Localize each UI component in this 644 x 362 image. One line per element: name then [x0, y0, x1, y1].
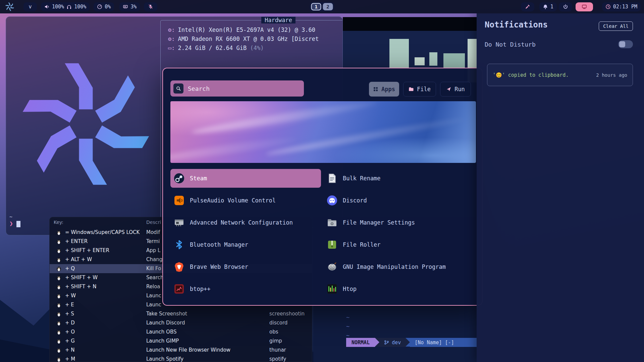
archive-icon — [327, 239, 337, 250]
hardware-line-memory: ▭:2.24 GiB / 62.64 GiB (4%) — [168, 45, 343, 51]
apps-grid-icon — [373, 86, 378, 92]
prompt-symbol: ❯ — [9, 220, 13, 227]
git-branch-icon — [384, 340, 389, 345]
tux-icon — [56, 284, 61, 290]
run-icon — [446, 86, 451, 92]
hardware-box-title: Hardware — [261, 17, 296, 23]
mic-mute-widget[interactable] — [144, 2, 157, 11]
tux-icon — [56, 257, 61, 262]
app-item-file-roller[interactable]: File Roller — [323, 235, 474, 254]
keybind-row[interactable]: + DLaunch Discorddiscord — [50, 318, 312, 327]
color-picker-button[interactable] — [521, 2, 534, 11]
shell-prompt: ~ ❯ — [9, 214, 20, 227]
cpu-icon: ⚙: — [168, 26, 175, 33]
app-item-steam[interactable]: Steam — [170, 169, 321, 188]
clock-widget[interactable]: 02:13 PM — [602, 2, 641, 11]
dnd-toggle[interactable] — [618, 40, 633, 48]
notification-bell-button[interactable]: 1 — [539, 2, 557, 11]
network-card-icon — [174, 217, 184, 228]
mode-indicator: NORMAL — [346, 338, 375, 347]
keybind-row[interactable]: + MLaunch Spotifyspotify — [50, 355, 312, 362]
top-bar: v 100% 100% 0% 3% 1 2 1 — [0, 0, 644, 13]
terminal-cursor — [16, 221, 20, 227]
powerline-arrow — [406, 338, 410, 347]
keybinds-header-key: Key: — [54, 220, 63, 225]
app-item-pulseaudio[interactable]: PulseAudio Volume Control — [170, 191, 321, 210]
clear-all-button[interactable]: Clear All — [599, 21, 633, 31]
git-branch-segment: dev — [379, 338, 406, 347]
keybinds-header-desc: Descri — [146, 220, 161, 225]
keybind-row[interactable]: + NLaunch New File Browser Windowthunar — [50, 346, 312, 355]
workspace-2[interactable]: 2 — [323, 3, 333, 10]
power-button[interactable] — [559, 2, 572, 11]
notification-card[interactable]: '😊' copied to clipboard. 2 hours ago — [487, 64, 633, 86]
keybind-row[interactable]: + STake Screenshotscreenshootin — [50, 309, 312, 318]
screen-record-button[interactable] — [576, 2, 593, 11]
app-list-right-column: Bulk Rename Discord File Manager Setting… — [323, 169, 474, 302]
power-icon — [563, 4, 568, 9]
cpu-widget[interactable]: 0% — [94, 2, 114, 11]
tilde-line: ~ — [346, 323, 350, 330]
app-item-file-manager-settings[interactable]: File Manager Settings — [323, 213, 474, 232]
search-bar[interactable] — [170, 80, 304, 97]
tux-icon — [56, 293, 61, 299]
tux-icon — [56, 248, 61, 253]
prompt-directory: ~ — [9, 214, 20, 220]
notification-time: 2 hours ago — [596, 72, 627, 78]
workspace-1[interactable]: 1 — [311, 3, 321, 10]
gpu-icon: ⚙: — [168, 36, 175, 42]
workspace-switcher: 1 2 — [310, 2, 334, 11]
dnd-label: Do Not Disturb — [485, 41, 536, 48]
memory-icon: ▭: — [168, 45, 175, 51]
nvim-statusline: NORMAL dev [No Name] [-] — [346, 338, 477, 347]
tux-icon — [56, 266, 61, 272]
app-launcher-window: Apps File Run Steam PulseAudio Volume Co… — [162, 68, 483, 306]
bluetooth-icon — [174, 239, 184, 250]
clock-icon — [605, 4, 611, 9]
keybind-row[interactable]: + OLaunch OBSobs — [50, 327, 312, 337]
mode-button-run[interactable]: Run — [440, 82, 471, 97]
folder-gear-icon — [327, 217, 337, 228]
hardware-line-cpu: ⚙:Intel(R) Xeon(R) E5-2697A v4 (32) @ 3.… — [168, 26, 343, 33]
app-item-network-config[interactable]: Advanced Network Configuration — [170, 213, 321, 232]
color-dropper-icon — [525, 4, 530, 9]
app-item-discord[interactable]: Discord — [323, 191, 474, 210]
memory-widget[interactable]: 3% — [119, 2, 140, 11]
tux-icon — [56, 239, 61, 244]
nixos-menu-icon[interactable] — [5, 2, 14, 11]
app-item-brave[interactable]: Brave Web Browser — [170, 257, 321, 276]
tux-icon — [56, 320, 61, 326]
app-item-bluetooth[interactable]: Bluetooth Manager — [170, 235, 321, 254]
notification-message: '😊' copied to clipboard. — [493, 72, 569, 78]
top-bar-right: 1 02:13 PM — [521, 2, 641, 11]
speaker-icon — [44, 4, 50, 9]
mode-button-apps[interactable]: Apps — [369, 82, 399, 97]
btop-icon — [174, 284, 184, 294]
screen-record-icon — [582, 4, 587, 9]
tux-icon — [56, 311, 61, 317]
app-item-btop[interactable]: btop++ — [170, 280, 321, 298]
volume-widget[interactable]: 100% 100% — [41, 2, 90, 11]
file-name-segment: [No Name] [-] — [410, 338, 477, 347]
brave-icon — [174, 261, 184, 272]
tux-icon — [56, 338, 61, 344]
nixos-logo — [22, 60, 150, 188]
bulk-rename-icon — [327, 173, 337, 184]
discord-icon — [327, 195, 337, 206]
git-branch-name: dev — [392, 340, 401, 346]
app-item-bulk-rename[interactable]: Bulk Rename — [323, 169, 474, 188]
terminal-graph-block — [415, 57, 425, 65]
steam-icon — [174, 173, 184, 184]
version-pill[interactable]: v — [23, 2, 37, 11]
notifications-title: Notifications — [485, 20, 548, 29]
keybind-row[interactable]: + GLaunch GIMPgimp — [50, 337, 312, 346]
tilde-line: ~ — [346, 314, 350, 321]
mic-muted-icon — [148, 4, 153, 9]
mode-button-file[interactable]: File — [403, 82, 436, 97]
app-item-htop[interactable]: Htop — [323, 280, 474, 298]
pulseaudio-icon — [174, 195, 184, 206]
search-input[interactable] — [188, 85, 301, 92]
bell-icon — [543, 4, 548, 9]
app-item-gimp[interactable]: GNU Image Manipulation Program — [323, 257, 474, 276]
toggle-knob — [619, 41, 625, 47]
